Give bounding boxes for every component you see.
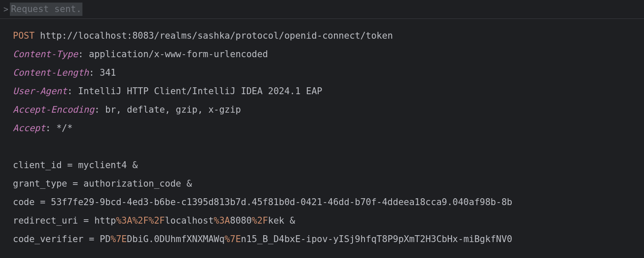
http-url: http://localhost:8083/realms/sashka/prot… (40, 31, 393, 41)
blank-line (13, 138, 644, 156)
header-value: application/x-www-form-urlencoded (89, 49, 268, 59)
chevron-right-icon: > (3, 3, 8, 15)
header-line: Accept-Encoding: br, deflate, gzip, x-gz… (13, 101, 644, 119)
header-separator: : (89, 68, 100, 78)
body-line: grant_type = authorization_code & (13, 175, 644, 193)
header-name: Accept-Encoding (13, 104, 94, 115)
header-name: Accept (13, 123, 46, 133)
header-value: br, deflate, gzip, x-gzip (105, 104, 241, 115)
url-escape-sequence: %3A%2F%2F (116, 215, 165, 226)
body-segment: code_verifier = PD (13, 234, 111, 244)
header-name: Content-Length (13, 68, 89, 78)
header-value: 341 (100, 68, 116, 78)
body-line: code = 53f7fe29-9bcd-4ed3-b6be-c1395d813… (13, 193, 644, 212)
body-segment: redirect_uri = http (13, 215, 116, 226)
console-top-bar[interactable]: > Request sent. (0, 0, 644, 19)
url-escape-sequence: %7E (111, 234, 127, 244)
header-line: Content-Length: 341 (13, 64, 644, 82)
body-segment: DbiG.0DUhmfXNXMAWq (127, 234, 225, 244)
header-line: Accept: */* (13, 119, 644, 138)
body-segment: client_id = myclient4 & (13, 160, 138, 170)
body-line: code_verifier = PD%7EDbiG.0DUhmfXNXMAWq%… (13, 230, 644, 249)
http-console: > Request sent. POST http://localhost:80… (0, 0, 644, 258)
body-segment: localhost (165, 215, 214, 226)
body-segment: code = 53f7fe29-9bcd-4ed3-b6be-c1395d813… (13, 197, 512, 207)
header-separator: : (94, 104, 105, 115)
body-line: client_id = myclient4 & (13, 156, 644, 175)
url-escape-sequence: %3A (214, 215, 230, 226)
header-name: Content-Type (13, 49, 78, 59)
header-line: Content-Type: application/x-www-form-url… (13, 45, 644, 64)
status-text: Request sent. (10, 3, 82, 15)
url-escape-sequence: %2F (252, 215, 268, 226)
body-segment: 8080 (230, 215, 252, 226)
header-value: */* (56, 123, 73, 133)
http-method: POST (13, 31, 35, 41)
request-line: POST http://localhost:8083/realms/sashka… (13, 27, 644, 45)
body-line: redirect_uri = http%3A%2F%2Flocalhost%3A… (13, 212, 644, 230)
header-line: User-Agent: IntelliJ HTTP Client/Intelli… (13, 82, 644, 101)
header-separator: : (78, 49, 89, 59)
body-segment: grant_type = authorization_code & (13, 178, 192, 189)
body-segment: kek & (268, 215, 295, 226)
header-name: User-Agent (13, 86, 67, 96)
console-content[interactable]: POST http://localhost:8083/realms/sashka… (0, 19, 644, 249)
body-segment: n15_B_D4bxE-ipov-yISj9hfqT8P9pXmT2H3CbHx… (241, 234, 512, 244)
header-value: IntelliJ HTTP Client/IntelliJ IDEA 2024.… (78, 86, 322, 96)
url-escape-sequence: %7E (225, 234, 241, 244)
header-separator: : (46, 123, 56, 133)
header-separator: : (67, 86, 78, 96)
